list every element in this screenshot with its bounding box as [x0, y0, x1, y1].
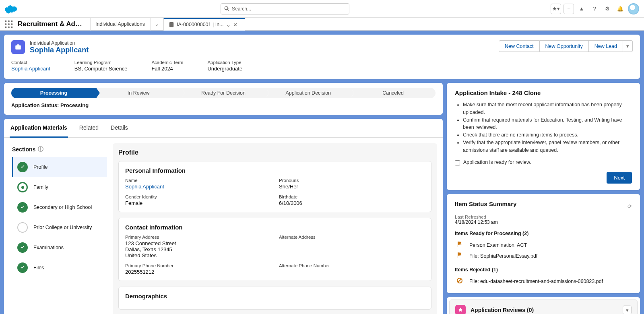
- svg-rect-11: [17, 44, 19, 45]
- section-item[interactable]: Files: [12, 258, 107, 278]
- global-actions-button[interactable]: ＋: [564, 4, 574, 14]
- record-icon: [169, 22, 174, 27]
- tab-details[interactable]: Details: [110, 119, 129, 137]
- field-value: 2025551212: [125, 269, 271, 275]
- field-contact: Contact Sophia Applicant: [11, 60, 50, 72]
- flag-icon: [456, 241, 463, 249]
- tab-label: Individual Applications: [95, 21, 145, 27]
- address-line: 123 Connected Street: [125, 240, 271, 246]
- last-refreshed-value: 4/18/2024 12:53 am: [455, 219, 632, 225]
- path-stage-ready[interactable]: Ready For Decision: [181, 88, 266, 98]
- svg-rect-10: [15, 45, 21, 50]
- application-reviews: Application Reviews (0) ▾: [449, 300, 638, 314]
- profile-detail: Profile Personal Information Name Sophia…: [113, 143, 437, 314]
- address-line: Dallas, Texas 12345: [125, 246, 271, 252]
- search-icon: [224, 6, 229, 11]
- tab-application-materials[interactable]: Application Materials: [10, 119, 68, 138]
- personal-info-card: Personal Information Name Sophia Applica…: [118, 161, 431, 212]
- section-item[interactable]: Examinations: [12, 238, 107, 258]
- global-search[interactable]: Search...: [221, 3, 349, 14]
- section-item[interactable]: Profile: [12, 157, 107, 177]
- section-item[interactable]: Family: [12, 177, 107, 197]
- field-label: Gender Identity: [125, 194, 271, 199]
- last-refreshed-label: Last Refreshed: [455, 215, 632, 219]
- intake-panel: Application Intake - 248 Clone Make sure…: [447, 83, 640, 190]
- page-content: Individual Application Sophia Applicant …: [0, 31, 644, 314]
- section-label: Examinations: [33, 245, 64, 250]
- trailhead-icon[interactable]: ▲: [576, 4, 587, 14]
- sections-title: Sections: [12, 146, 35, 153]
- user-avatar[interactable]: [628, 3, 639, 14]
- tab-menu[interactable]: ⌄: [150, 18, 163, 31]
- app-nav: Recruitment & Adm... Individual Applicat…: [0, 18, 644, 31]
- svg-point-0: [5, 20, 7, 22]
- refresh-icon[interactable]: ⟳: [627, 203, 632, 209]
- tab-record[interactable]: IA-0000000001 | In... ⌄ ✕: [163, 18, 245, 31]
- ready-checkbox[interactable]: [455, 160, 460, 165]
- record-header: Individual Application Sophia Applicant …: [4, 35, 640, 79]
- chevron-down-icon: ⌄: [155, 21, 159, 27]
- path-stage-decision[interactable]: Application Decision: [266, 88, 351, 98]
- sections-sidebar: Sections ⓘ ProfileFamilySecondary or Hig…: [4, 143, 107, 314]
- intake-bullet: Check that there are no remaining items …: [463, 131, 632, 139]
- global-header: Search... ★▾ ＋ ▲ ? ⚙ 🔔: [0, 0, 644, 18]
- favorites-button[interactable]: ★▾: [551, 4, 561, 14]
- tab-label: IA-0000000001 | In...: [177, 22, 224, 27]
- field-birthdate: Birthdate 6/10/2006: [279, 194, 425, 206]
- card-title: Personal Information: [125, 167, 425, 174]
- section-item[interactable]: Prior College or University: [12, 217, 107, 238]
- record-type-label: Individual Application: [30, 40, 89, 46]
- section-label: Files: [33, 265, 44, 271]
- new-contact-button[interactable]: New Contact: [499, 40, 540, 52]
- path-stage-canceled[interactable]: Canceled: [351, 88, 436, 98]
- field-alternate-phone: Alternate Phone Number: [279, 263, 425, 275]
- field-value-link[interactable]: Sophia Applicant: [11, 66, 50, 72]
- expand-button[interactable]: ▾: [623, 306, 632, 314]
- salesforce-logo: [5, 4, 19, 14]
- ready-checkbox-row: Application is ready for review.: [455, 159, 632, 165]
- intake-title: Application Intake - 248 Clone: [455, 89, 632, 96]
- demographics-card: Demographics: [118, 287, 431, 310]
- info-icon[interactable]: ⓘ: [38, 146, 43, 153]
- field-label: Learning Program: [74, 60, 128, 65]
- svg-point-1: [8, 20, 10, 22]
- field-label: Pronouns: [279, 178, 425, 183]
- app-name: Recruitment & Adm...: [18, 20, 90, 28]
- section-status-icon: [17, 262, 28, 273]
- ready-header: Items Ready for Processing (2): [455, 231, 632, 236]
- field-primary-address: Primary Address 123 Connected Street Dal…: [125, 235, 271, 258]
- close-icon[interactable]: ✕: [233, 22, 237, 28]
- field-value-link[interactable]: Sophia Applicant: [125, 184, 271, 190]
- field-term: Academic Term Fall 2024: [151, 60, 183, 72]
- last-refreshed: Last Refreshed 4/18/2024 12:53 am: [455, 215, 632, 225]
- help-button[interactable]: ?: [589, 4, 600, 14]
- app-launcher-icon[interactable]: [5, 20, 13, 28]
- new-opportunity-button[interactable]: New Opportunity: [540, 40, 589, 52]
- reviews-title: Application Reviews (0): [471, 307, 618, 313]
- search-placeholder: Search...: [232, 6, 251, 12]
- section-label: Profile: [33, 164, 47, 170]
- new-lead-button[interactable]: New Lead: [589, 40, 623, 52]
- section-status-icon: [17, 162, 28, 172]
- next-button[interactable]: Next: [607, 172, 632, 184]
- card-title: Contact Information: [125, 224, 425, 231]
- section-status-icon: [17, 222, 28, 233]
- more-actions-button[interactable]: ▾: [623, 40, 633, 52]
- intake-bullet: Confirm that required materials for Educ…: [463, 116, 632, 132]
- section-item[interactable]: Secondary or High School: [12, 197, 107, 217]
- svg-rect-9: [169, 22, 174, 27]
- setup-button[interactable]: ⚙: [602, 4, 613, 14]
- section-status-icon: [17, 202, 28, 213]
- item-status-panel: Item Status Summary ⟳ Last Refreshed 4/1…: [447, 194, 640, 293]
- path-stage-processing[interactable]: Processing: [11, 88, 96, 98]
- detail-panel: Application Materials Related Details Se…: [4, 119, 443, 314]
- tab-individual-applications[interactable]: Individual Applications: [90, 18, 150, 31]
- ready-item: Person Examination: ACT: [455, 240, 632, 250]
- section-label: Secondary or High School: [33, 205, 92, 210]
- section-status-icon: [17, 242, 28, 253]
- path-stage-in-review[interactable]: In Review: [96, 88, 181, 98]
- tab-related[interactable]: Related: [78, 119, 99, 137]
- record-actions: New Contact New Opportunity New Lead ▾: [499, 40, 633, 52]
- record-title[interactable]: Sophia Applicant: [30, 46, 89, 54]
- notifications-button[interactable]: 🔔: [615, 4, 625, 14]
